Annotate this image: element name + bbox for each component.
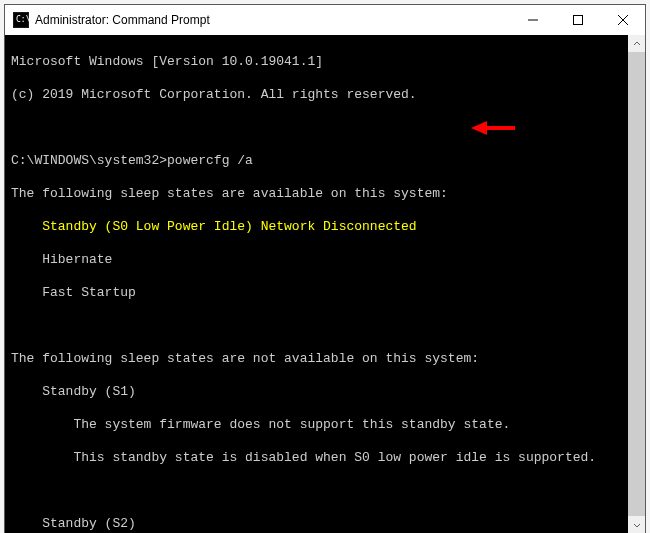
s1-title: Standby (S1) <box>11 384 628 401</box>
available-fast-startup: Fast Startup <box>11 285 628 302</box>
blank-line <box>11 120 628 137</box>
scroll-up-button[interactable] <box>628 35 645 52</box>
vertical-scrollbar[interactable] <box>628 35 645 533</box>
scroll-down-button[interactable] <box>628 516 645 533</box>
scroll-thumb[interactable] <box>628 52 645 516</box>
prompt-line-1: C:\WINDOWS\system32>powercfg /a <box>11 153 628 170</box>
scroll-track[interactable] <box>628 52 645 516</box>
svg-rect-3 <box>573 16 582 25</box>
close-button[interactable] <box>600 5 645 35</box>
window-title: Administrator: Command Prompt <box>35 13 210 27</box>
blank-line <box>11 483 628 500</box>
minimize-button[interactable] <box>510 5 555 35</box>
titlebar[interactable]: C:\ Administrator: Command Prompt <box>5 5 645 35</box>
blank-line <box>11 318 628 335</box>
maximize-button[interactable] <box>555 5 600 35</box>
not-available-header: The following sleep states are not avail… <box>11 351 628 368</box>
command-prompt-window: C:\ Administrator: Command Prompt Micros… <box>4 4 646 533</box>
s2-title: Standby (S2) <box>11 516 628 533</box>
line-copyright: (c) 2019 Microsoft Corporation. All righ… <box>11 87 628 104</box>
terminal-output: Microsoft Windows [Version 10.0.19041.1]… <box>5 35 628 533</box>
available-header: The following sleep states are available… <box>11 186 628 203</box>
window-controls <box>510 5 645 35</box>
svg-text:C:\: C:\ <box>16 15 29 24</box>
terminal-area[interactable]: Microsoft Windows [Version 10.0.19041.1]… <box>5 35 645 533</box>
line-version: Microsoft Windows [Version 10.0.19041.1] <box>11 54 628 71</box>
s1-line1: The system firmware does not support thi… <box>11 417 628 434</box>
prompt-path: C:\WINDOWS\system32> <box>11 153 167 168</box>
available-hibernate: Hibernate <box>11 252 628 269</box>
cmd-icon: C:\ <box>13 12 29 28</box>
available-s0-line: Standby (S0 Low Power Idle) Network Disc… <box>11 219 628 236</box>
prompt-command: powercfg /a <box>167 153 253 168</box>
s1-line2: This standby state is disabled when S0 l… <box>11 450 628 467</box>
